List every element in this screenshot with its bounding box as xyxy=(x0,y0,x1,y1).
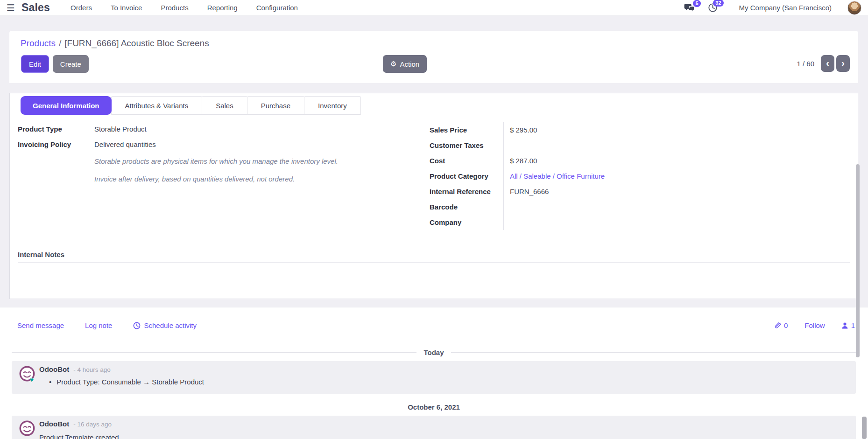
menu-orders[interactable]: Orders xyxy=(71,4,92,12)
svg-text:♥: ♥ xyxy=(30,376,34,383)
tab-inventory[interactable]: Inventory xyxy=(304,96,361,115)
systray: 5 32 My Company (San Francisco) xyxy=(671,1,868,15)
follower-count: 1 xyxy=(851,321,855,329)
pager-next-button[interactable]: › xyxy=(836,55,850,72)
log-note-button[interactable]: Log note xyxy=(85,321,112,329)
message-text: Product Type: Consumable → Storable Prod… xyxy=(56,378,204,386)
field-label: Product Category xyxy=(430,172,503,180)
thread-date-divider: Today xyxy=(12,348,856,356)
odoobot-avatar-icon: ♥ xyxy=(18,365,36,383)
create-button[interactable]: Create xyxy=(53,55,89,73)
chatter-buttons: Send message Log note Schedule activity xyxy=(17,321,197,329)
pager: 1 / 60 ‹ › xyxy=(797,55,850,72)
form-right-column: Sales Price $ 295.00 Customer Taxes Cost… xyxy=(430,122,756,230)
product-category-link[interactable]: All / Saleable / Office Furniture xyxy=(503,168,756,184)
field-cost: Cost $ 287.00 xyxy=(430,153,756,168)
field-label: Cost xyxy=(430,157,503,165)
field-sales-price: Sales Price $ 295.00 xyxy=(430,122,756,138)
activities-badge: 32 xyxy=(713,0,723,7)
menu-configuration[interactable]: Configuration xyxy=(256,4,298,12)
odoo-product-form-screen: ☰ Sales Orders To Invoice Products Repor… xyxy=(0,0,868,439)
divider-label: Today xyxy=(416,348,451,356)
field-product-type: Product Type Storable Product xyxy=(18,121,366,137)
menu-to-invoice[interactable]: To Invoice xyxy=(111,4,142,12)
field-value xyxy=(503,215,756,230)
field-invoicing-policy: Invoicing Policy Delivered quantities xyxy=(18,137,366,152)
chevron-right-icon: › xyxy=(841,57,845,69)
field-label: Invoicing Policy xyxy=(18,140,88,148)
page-scrollbar-thumb[interactable] xyxy=(862,417,867,439)
control-panel: Products/[FURN_6666] Acoustic Bloc Scree… xyxy=(9,31,858,83)
message-author: OdooBot xyxy=(39,365,69,373)
chevron-left-icon: ‹ xyxy=(826,57,829,69)
attachment-count: 0 xyxy=(784,321,788,329)
follow-button[interactable]: Follow xyxy=(804,321,825,329)
notebook-tabs: General Information Attributes & Variant… xyxy=(21,96,361,115)
tab-general-information[interactable]: General Information xyxy=(21,96,112,115)
send-message-button[interactable]: Send message xyxy=(17,321,64,329)
pager-previous-button[interactable]: ‹ xyxy=(821,55,834,72)
field-value: $ 295.00 xyxy=(503,122,756,138)
field-label: Product Type xyxy=(18,125,88,133)
message-timestamp: - 4 hours ago xyxy=(73,366,111,373)
field-product-category: Product Category All / Saleable / Office… xyxy=(430,168,756,184)
action-button[interactable]: ⚙ Action xyxy=(383,55,427,73)
form-sheet: General Information Attributes & Variant… xyxy=(9,93,858,299)
chatter-topbar-right: 0 Follow 1 xyxy=(774,321,855,329)
message-author: OdooBot xyxy=(39,420,69,428)
breadcrumb-products-link[interactable]: Products xyxy=(21,38,56,48)
user-avatar[interactable] xyxy=(847,1,861,15)
content-scrollbar-thumb[interactable] xyxy=(856,164,860,357)
internal-notes-section: Internal Notes xyxy=(18,251,850,263)
field-label: Company xyxy=(430,218,503,226)
clock-icon xyxy=(133,322,141,329)
field-label: Sales Price xyxy=(430,126,503,134)
field-value xyxy=(503,199,756,215)
paperclip-icon xyxy=(774,322,781,329)
odoobot-avatar-icon xyxy=(18,420,36,438)
action-button-label: Action xyxy=(400,60,419,68)
field-label: Barcode xyxy=(430,203,503,211)
message-header: OdooBot - 4 hours ago xyxy=(39,365,111,373)
tab-attributes-variants[interactable]: Attributes & Variants xyxy=(111,96,203,115)
message-text: Product Template created xyxy=(39,433,119,439)
followers-button[interactable]: 1 xyxy=(842,321,855,329)
divider-label: October 6, 2021 xyxy=(401,403,467,411)
field-barcode: Barcode xyxy=(430,199,756,215)
activities-icon[interactable]: 32 xyxy=(708,3,718,13)
company-switcher[interactable]: My Company (San Francisco) xyxy=(739,4,832,12)
thread-message: ♥ OdooBot - 4 hours ago • Product Type: … xyxy=(12,361,856,394)
message-body: • Product Type: Consumable → Storable Pr… xyxy=(49,378,204,386)
tab-purchase[interactable]: Purchase xyxy=(247,96,304,115)
tab-sales[interactable]: Sales xyxy=(202,96,247,115)
message-body-clipped: Product Template created xyxy=(39,433,119,439)
internal-notes-heading: Internal Notes xyxy=(18,251,850,263)
menu-reporting[interactable]: Reporting xyxy=(207,4,238,12)
edit-button[interactable]: Edit xyxy=(21,55,49,73)
field-customer-taxes: Customer Taxes xyxy=(430,138,756,153)
thread-date-divider: October 6, 2021 xyxy=(12,403,856,411)
form-left-column: Product Type Storable Product Invoicing … xyxy=(18,121,366,188)
schedule-activity-button[interactable]: Schedule activity xyxy=(133,321,197,329)
field-value: Delivered quantities xyxy=(88,137,366,152)
menu-products[interactable]: Products xyxy=(161,4,188,12)
field-value: Storable Product xyxy=(88,121,366,137)
person-icon xyxy=(842,322,848,329)
app-name[interactable]: Sales xyxy=(21,1,50,14)
bullet-icon: • xyxy=(49,378,51,386)
message-header: OdooBot - 16 days ago xyxy=(39,420,112,428)
help-text: Storable products are physical items for… xyxy=(88,152,366,170)
field-internal-reference: Internal Reference FURN_6666 xyxy=(430,184,756,199)
apps-menu-icon[interactable]: ☰ xyxy=(7,3,15,13)
field-value: $ 287.00 xyxy=(503,153,756,168)
message-timestamp: - 16 days ago xyxy=(73,421,112,428)
thread-message: OdooBot - 16 days ago Product Template c… xyxy=(12,416,856,439)
breadcrumb-current: [FURN_6666] Acoustic Bloc Screens xyxy=(64,38,209,48)
help-text: Invoice after delivery, based on quantit… xyxy=(88,170,366,188)
messages-icon[interactable]: 5 xyxy=(684,3,695,13)
attachments-button[interactable]: 0 xyxy=(774,321,788,329)
invoicing-policy-help: Invoice after delivery, based on quantit… xyxy=(18,170,366,188)
breadcrumb-separator: / xyxy=(59,38,61,48)
schedule-activity-label: Schedule activity xyxy=(144,321,197,329)
messages-badge: 5 xyxy=(693,0,700,7)
